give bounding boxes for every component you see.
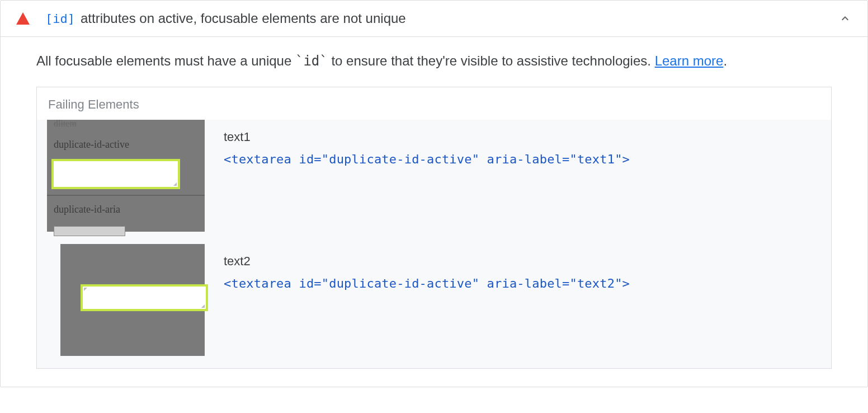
warning-triangle-icon bbox=[16, 12, 30, 25]
failing-thumbnail[interactable]: dlitem duplicate-id-active duplicate-id-… bbox=[47, 120, 205, 232]
audit-description: All focusable elements must have a uniqu… bbox=[36, 51, 832, 71]
failing-element-details: text1 <textarea id="duplicate-id-active"… bbox=[205, 120, 630, 166]
thumbnail-divider bbox=[47, 195, 205, 196]
failing-thumbnail-wrapper: dlitem duplicate-id-active duplicate-id-… bbox=[37, 120, 205, 232]
audit-description-code: `id` bbox=[295, 53, 328, 69]
failing-elements-panel: Failing Elements dlitem duplicate-id-act… bbox=[36, 87, 832, 369]
thumbnail-text: duplicate-id-active bbox=[54, 139, 129, 151]
failing-element-row: dlitem duplicate-id-active duplicate-id-… bbox=[37, 120, 831, 244]
thumbnail-text: duplicate-id-aria bbox=[54, 204, 120, 215]
audit-description-suffix: to ensure that they're visible to assist… bbox=[328, 53, 655, 68]
audit-description-period: . bbox=[723, 53, 727, 68]
failing-element-label: text1 bbox=[224, 130, 630, 144]
failing-elements-heading: Failing Elements bbox=[37, 87, 831, 120]
failing-element-label: text2 bbox=[224, 254, 630, 269]
chevron-up-icon[interactable] bbox=[838, 12, 852, 25]
audit-id-code: [id] bbox=[45, 12, 75, 26]
thumbnail-input-fragment bbox=[54, 226, 125, 236]
failing-element-details: text2 <textarea id="duplicate-id-active"… bbox=[205, 244, 630, 290]
failing-thumbnail[interactable] bbox=[60, 244, 205, 356]
thumbnail-highlight bbox=[81, 284, 208, 311]
failing-element-code[interactable]: <textarea id="duplicate-id-active" aria-… bbox=[224, 152, 630, 166]
failing-thumbnail-wrapper bbox=[37, 244, 205, 356]
failing-element-code[interactable]: <textarea id="duplicate-id-active" aria-… bbox=[224, 276, 630, 290]
audit-item: [id] attributes on active, focusable ele… bbox=[0, 0, 868, 387]
audit-header[interactable]: [id] attributes on active, focusable ele… bbox=[1, 1, 867, 37]
audit-body: All focusable elements must have a uniqu… bbox=[1, 37, 867, 387]
learn-more-link[interactable]: Learn more bbox=[655, 53, 724, 68]
audit-title: [id] attributes on active, focusable ele… bbox=[45, 11, 838, 26]
failing-element-row: text2 <textarea id="duplicate-id-active"… bbox=[37, 244, 831, 368]
thumbnail-highlight bbox=[51, 159, 180, 189]
thumbnail-cropped-text: dlitem bbox=[54, 119, 77, 129]
audit-title-text: attributes on active, focusable elements… bbox=[81, 11, 406, 26]
audit-description-prefix: All focusable elements must have a uniqu… bbox=[36, 53, 295, 68]
